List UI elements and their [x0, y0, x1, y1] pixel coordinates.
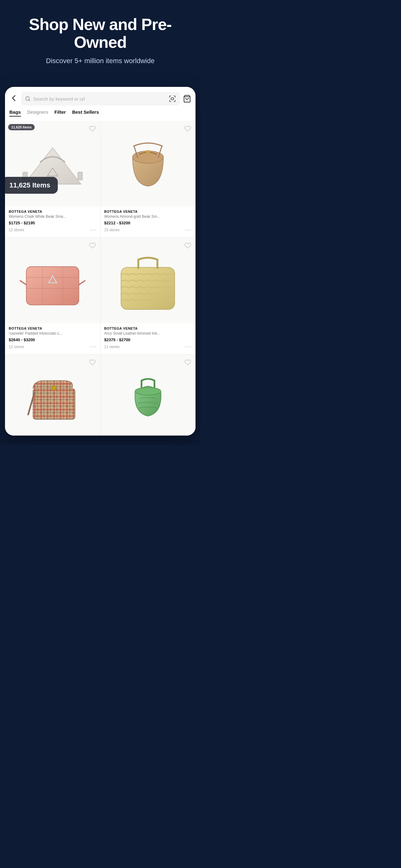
- more-button-4[interactable]: ···: [185, 343, 192, 350]
- product-image-1: 11,625 Items: [5, 121, 100, 207]
- filter-tabs: Bags Designers Filter Best Sellers: [5, 110, 196, 121]
- price-1: $1725 - $2195: [9, 221, 97, 225]
- brand-name-2: BOTTEGA VENETA: [104, 210, 192, 213]
- product-image-6: [101, 354, 196, 436]
- svg-rect-7: [26, 267, 79, 305]
- svg-point-21: [52, 386, 56, 390]
- product-desc-4: Arco Small Leather-trimmed Intr...: [104, 331, 192, 336]
- stores-row-3: 12 stores ···: [9, 343, 97, 350]
- stores-count-4: 11 stores: [104, 345, 120, 349]
- items-badge: 11,625 Items: [8, 124, 35, 130]
- price-2: $2212 - $3200: [104, 221, 192, 225]
- heart-button-3[interactable]: [88, 241, 97, 250]
- heart-button-1[interactable]: [88, 124, 97, 133]
- search-input-wrapper[interactable]: Search by keyword or url: [21, 92, 180, 105]
- bag-svg-4: [107, 244, 188, 317]
- back-button[interactable]: [9, 94, 18, 104]
- heart-button-4[interactable]: [183, 241, 192, 250]
- product-desc-3: 'cassette' Padded Intrecciato L...: [9, 331, 97, 336]
- product-item-2[interactable]: BOTTEGA VENETA Womens Almond-gold Beak S…: [101, 121, 196, 238]
- svg-rect-3: [23, 172, 28, 180]
- product-image-5: [5, 354, 100, 436]
- price-4: $2375 - $2700: [104, 337, 192, 342]
- heart-button-5[interactable]: [88, 358, 97, 367]
- bag-svg-6: [110, 363, 186, 428]
- product-image-2: [101, 121, 196, 207]
- product-info-2: BOTTEGA VENETA Womens Almond-gold Beak S…: [101, 207, 196, 238]
- search-icon: [25, 96, 31, 101]
- tab-bags[interactable]: Bags: [9, 110, 21, 117]
- product-info-4: BOTTEGA VENETA Arco Small Leather-trimme…: [101, 323, 196, 354]
- stores-row-4: 11 stores ···: [104, 343, 192, 350]
- brand-name-1: BOTTEGA VENETA: [9, 210, 97, 213]
- scan-icon[interactable]: [169, 95, 176, 102]
- bag-icon[interactable]: [183, 95, 191, 103]
- svg-point-22: [135, 388, 161, 395]
- stores-count-2: 15 stores: [104, 228, 120, 232]
- stores-row-2: 15 stores ···: [104, 226, 192, 233]
- product-info-1: BOTTEGA VENETA Womens Chalk White Beak S…: [5, 207, 100, 238]
- heart-button-6[interactable]: [183, 358, 192, 367]
- brand-name-4: BOTTEGA VENETA: [104, 327, 192, 330]
- heart-button-2[interactable]: [183, 124, 192, 133]
- product-item-6[interactable]: [101, 354, 196, 436]
- app-card: Search by keyword or url Bags Designers …: [5, 87, 196, 436]
- hero-section: Shop New and Pre-Owned Discover 5+ milli…: [0, 0, 201, 87]
- stores-row-1: 12 stores ···: [9, 226, 97, 233]
- svg-rect-1: [171, 98, 174, 100]
- search-bar-row: Search by keyword or url: [5, 87, 196, 110]
- more-button-2[interactable]: ···: [185, 226, 192, 233]
- hero-subtitle: Discover 5+ million items worldwide: [9, 57, 191, 65]
- search-input[interactable]: Search by keyword or url: [33, 96, 166, 101]
- product-info-3: BOTTEGA VENETA 'cassette' Padded Intrecc…: [5, 323, 100, 354]
- product-item-5[interactable]: [5, 354, 100, 436]
- bag-svg-2: [110, 130, 186, 198]
- hero-title: Shop New and Pre-Owned: [9, 16, 191, 51]
- stores-count-3: 12 stores: [9, 345, 24, 349]
- bag-svg-3: [12, 244, 93, 317]
- more-button-1[interactable]: ···: [90, 226, 96, 233]
- product-image-4: [101, 238, 196, 323]
- price-3: $2640 - $3200: [9, 337, 97, 342]
- tab-best-sellers[interactable]: Best Sellers: [72, 110, 99, 117]
- product-desc-1: Womens Chalk White Beak Sma...: [9, 214, 97, 219]
- bag-svg-5: [14, 363, 91, 428]
- product-item-4[interactable]: BOTTEGA VENETA Arco Small Leather-trimme…: [101, 238, 196, 354]
- product-desc-2: Womens Almond-gold Beak Sm...: [104, 214, 192, 219]
- brand-name-3: BOTTEGA VENETA: [9, 327, 97, 330]
- product-image-3: [5, 238, 100, 323]
- product-grid: 11,625 Items 11,625 Items BOTTEGA VENETA…: [5, 121, 196, 436]
- tab-filter[interactable]: Filter: [54, 110, 66, 117]
- product-item-1[interactable]: 11,625 Items 11,625 Items BOTTEGA VENETA…: [5, 121, 100, 238]
- tab-designers[interactable]: Designers: [27, 110, 48, 117]
- more-button-3[interactable]: ···: [90, 343, 96, 350]
- svg-rect-20: [33, 389, 75, 419]
- svg-point-6: [146, 150, 149, 154]
- bag-svg-1: [12, 127, 93, 200]
- svg-rect-4: [77, 172, 82, 180]
- stores-count-1: 12 stores: [9, 228, 24, 232]
- product-item-3[interactable]: BOTTEGA VENETA 'cassette' Padded Intrecc…: [5, 238, 100, 354]
